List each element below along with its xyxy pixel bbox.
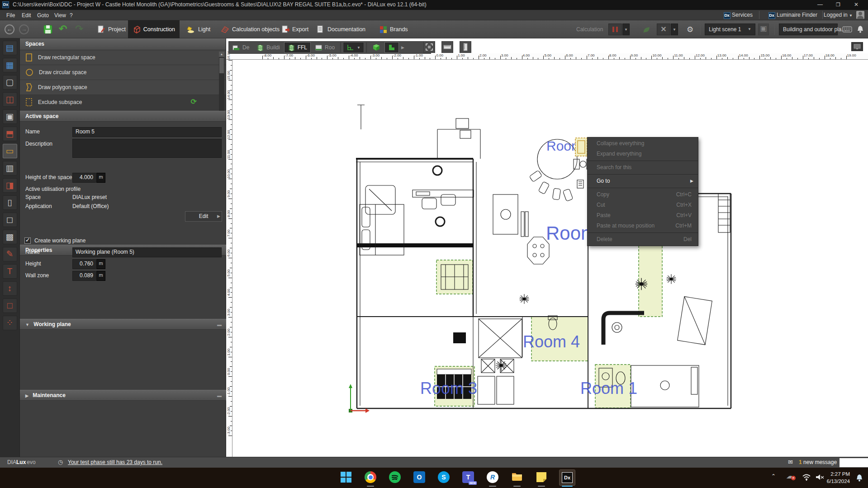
space-height-input[interactable]: 4.000 <box>72 173 96 183</box>
doors-tool-icon[interactable]: ◫ <box>3 92 17 107</box>
draw-polygon-space-button[interactable]: Draw polygon space <box>20 80 226 95</box>
spaces-tool-icon[interactable]: ▭ <box>3 144 17 158</box>
minimize-button[interactable]: — <box>811 0 829 10</box>
services-button[interactable]: Dx Services <box>724 11 753 19</box>
back-icon[interactable]: ← <box>5 24 14 34</box>
view-3d-button[interactable] <box>369 42 384 53</box>
exclude-subspace-button[interactable]: Exclude subspace ⟳ <box>20 95 226 110</box>
cancel-calculation-button[interactable]: ✕ <box>657 24 670 35</box>
furniture-library-icon[interactable]: ▢ <box>3 75 17 90</box>
view-plan-button[interactable] <box>384 42 399 53</box>
measure-horizontal-button[interactable] <box>441 41 453 53</box>
notification-center-icon[interactable] <box>855 474 863 483</box>
bluebeam-taskbar-button[interactable]: R <box>487 471 499 484</box>
space-name-input[interactable]: Room 5 <box>72 127 222 137</box>
menu-file[interactable]: File <box>4 11 18 19</box>
storey-tool-icon[interactable]: ▥ <box>3 161 17 175</box>
tab-export[interactable]: Export <box>277 20 313 38</box>
tab-calculation-objects[interactable]: Calculation objects <box>216 20 284 38</box>
working-plane-height-input[interactable]: 0.760 <box>72 259 96 269</box>
teams-taskbar-button[interactable]: T NEW <box>462 471 475 484</box>
menu-item-expand-everything[interactable]: Expand everything <box>588 149 698 159</box>
dialux-taskbar-button[interactable]: Dx <box>559 469 575 486</box>
calculation-dropdown-icon[interactable]: ▼ <box>622 24 630 35</box>
save-icon[interactable] <box>43 24 53 34</box>
storey-plan-button[interactable]: ▼ <box>343 42 364 53</box>
notification-bell-icon[interactable] <box>857 25 864 34</box>
onedrive-error-icon[interactable]: ☁✕ <box>786 472 794 480</box>
menu-help[interactable]: ? <box>67 11 76 19</box>
zoom-extents-button[interactable] <box>423 41 435 53</box>
message-icon[interactable]: ✉ <box>788 459 793 465</box>
working-plane-name-input[interactable]: Working plane (Room 5) <box>72 247 222 257</box>
menu-item-paste-at-mouse-position[interactable]: Paste at mouse positionCtrl+M <box>588 221 698 231</box>
dimension-tool-icon[interactable]: ↕ <box>3 281 17 296</box>
undo-icon[interactable]: ↶ <box>59 23 67 35</box>
menu-item-search-for-this[interactable]: Search for this <box>588 162 698 173</box>
skype-taskbar-button[interactable]: S <box>438 471 451 484</box>
draw-circular-space-button[interactable]: Draw circular space <box>20 65 226 80</box>
outlook-taskbar-button[interactable]: O <box>413 471 426 484</box>
roof-tool-icon[interactable]: ⬒ <box>3 127 17 141</box>
file-explorer-taskbar-button[interactable] <box>511 471 524 484</box>
menu-item-copy[interactable]: CopyCtrl+C <box>588 190 698 200</box>
maintenance-header[interactable]: ▶ Maintenance ▬ <box>20 390 226 401</box>
trial-phase-link[interactable]: Your test phase still has 23 days to run… <box>68 459 162 465</box>
cad-canvas[interactable]: Room 5 Room 2 Room 4 Room 3 Room 1 -8.00… <box>226 38 868 457</box>
building-tool-icon[interactable]: ◨ <box>3 178 17 193</box>
create-working-plane-checkbox[interactable]: ✓ <box>24 237 31 244</box>
light-scene-select[interactable]: Light scene 1▼ <box>705 24 755 35</box>
tray-chevron-icon[interactable]: ⌃ <box>771 473 776 479</box>
start-button[interactable] <box>340 471 353 484</box>
rectangle-tool-icon[interactable]: □ <box>3 298 17 313</box>
volume-muted-icon[interactable] <box>816 474 825 481</box>
light-scene-settings-button[interactable]: ▣ <box>758 24 769 35</box>
chrome-taskbar-button[interactable] <box>365 471 377 484</box>
view-detail-button[interactable]: De <box>229 42 252 53</box>
cancel-dropdown-icon[interactable]: ▼ <box>671 24 678 35</box>
logged-in-button[interactable]: Logged in ▼ <box>824 11 853 19</box>
tab-brands[interactable]: Brands <box>375 20 413 38</box>
panel-scrollbar[interactable]: ▲ <box>219 52 224 115</box>
menu-item-cut[interactable]: CutCtrl+X <box>588 200 698 210</box>
menu-item-paste[interactable]: PasteCtrl+V <box>588 210 698 221</box>
view-ffl-button[interactable]: FFL <box>284 42 311 53</box>
edit-button[interactable]: Edit ▶ <box>185 211 222 222</box>
wall-zone-input[interactable]: 0.089 <box>72 271 96 281</box>
tab-construction[interactable]: Construction <box>128 20 180 38</box>
tab-project[interactable]: Project <box>93 20 130 38</box>
column-tool-icon[interactable]: ▯ <box>3 195 17 210</box>
scrollbar-up-icon[interactable]: ▲ <box>219 52 224 57</box>
keyboard-icon[interactable] <box>842 26 852 33</box>
cad-drawing-icon[interactable]: ▤ <box>3 41 17 55</box>
measure-vertical-button[interactable] <box>460 41 471 53</box>
menu-item-collapse-everything[interactable]: Collapse everything <box>588 138 698 149</box>
floor-tool-icon[interactable]: ▣ <box>3 109 17 124</box>
selected-object[interactable] <box>575 138 587 156</box>
toolbar-expand-icon[interactable]: ▶ <box>401 45 404 50</box>
cad-display-button[interactable] <box>851 42 863 51</box>
menu-item-delete[interactable]: DeleteDel <box>588 234 698 245</box>
refresh-icon[interactable]: ⟳ <box>191 97 197 106</box>
tab-light[interactable]: Light <box>182 20 215 38</box>
description-input[interactable] <box>72 139 222 158</box>
view-room-button[interactable]: Roo <box>312 42 338 53</box>
luminaire-finder-button[interactable]: Dx Luminaire Finder <box>768 11 817 19</box>
view-building-button[interactable]: Buildi <box>253 42 283 53</box>
tab-documentation[interactable]: Documentation <box>312 20 370 38</box>
text-tool-icon[interactable]: T <box>3 264 17 279</box>
restore-button[interactable]: ❐ <box>829 0 847 10</box>
sticky-notes-taskbar-button[interactable] <box>536 471 548 484</box>
menu-goto[interactable]: Goto <box>34 11 52 19</box>
ifc-import-icon[interactable]: ▦ <box>3 58 17 72</box>
scrollbar-thumb[interactable] <box>219 58 224 73</box>
menu-item-go-to[interactable]: Go to ▶ <box>588 176 698 186</box>
new-message-status[interactable]: 1 new message <box>799 459 837 465</box>
start-calculation-button[interactable] <box>608 24 622 35</box>
eco-leaf-icon[interactable] <box>642 26 651 34</box>
material-tool-icon[interactable]: ▩ <box>3 230 17 244</box>
avatar[interactable] <box>856 11 864 19</box>
wifi-icon[interactable] <box>802 474 811 481</box>
points-tool-icon[interactable]: ⁘ <box>3 316 17 330</box>
draw-rectangular-space-button[interactable]: Draw rectangular space <box>20 50 226 65</box>
